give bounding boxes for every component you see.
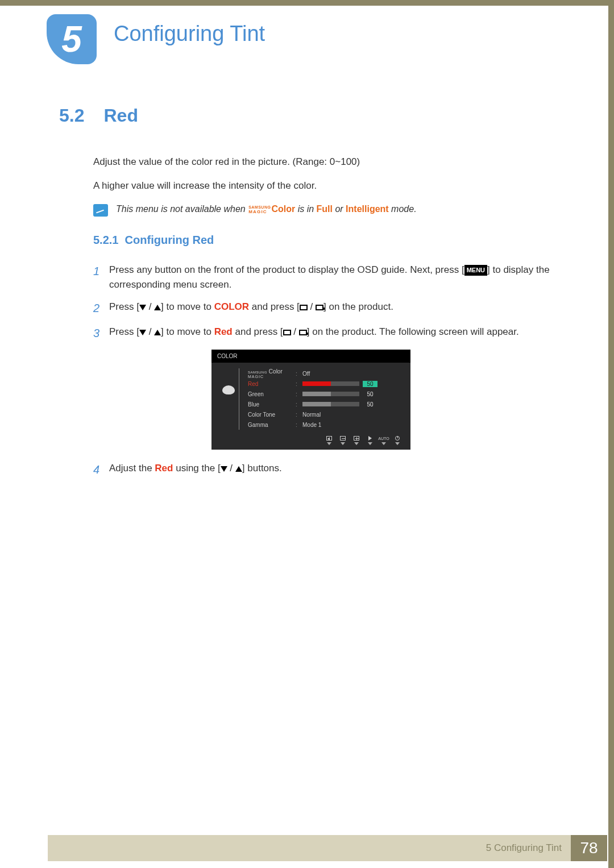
source-icon <box>316 305 323 310</box>
chapter-number: 5 <box>61 18 82 60</box>
chapter-badge: 5 <box>47 14 97 64</box>
section-heading: 5.2Red <box>59 105 563 126</box>
samsung-magic-logo-small: SAMSUNGMAGIC <box>248 371 267 379</box>
down-arrow-icon <box>139 305 146 310</box>
osd-row-gamma: Gamma : Mode 1 <box>239 420 404 430</box>
source-icon <box>299 330 307 335</box>
osd-header: COLOR <box>211 350 410 363</box>
auto-label: AUTO <box>378 437 389 441</box>
note-icon <box>93 204 108 217</box>
osd-row-green: Green : 50 <box>239 389 404 399</box>
samsung-magic-logo: SAMSUNGMAGIC <box>248 205 271 214</box>
intro-line-1: Adjust the value of the color red in the… <box>93 155 563 169</box>
palette-icon <box>222 385 235 394</box>
osd-row-tone: Color Tone : Normal <box>239 409 404 420</box>
up-arrow-icon <box>235 466 242 472</box>
osd-row-red: Red : 50 <box>239 379 404 389</box>
note: This menu is not available when SAMSUNGM… <box>93 204 563 217</box>
footer: 5 Configuring Tint 78 <box>48 835 607 861</box>
step-1: 1 Press any button on the front of the p… <box>93 263 563 292</box>
subsection-title: Configuring Red <box>125 234 214 246</box>
up-arrow-icon <box>154 305 161 310</box>
osd-row-magic: SAMSUNGMAGICColor : Off <box>239 368 404 379</box>
section-number: 5.2 <box>59 105 84 126</box>
osd-row-blue: Blue : 50 <box>239 399 404 409</box>
osd-screenshot: COLOR SAMSUNGMAGICColor : Off Red : 50 <box>211 350 410 450</box>
right-border <box>608 0 614 868</box>
power-icon <box>395 436 400 441</box>
enter-icon <box>300 305 308 310</box>
subsection-number: 5.2.1 <box>93 234 118 246</box>
footer-chapter: 5 Configuring Tint <box>486 842 562 854</box>
step-3: 3 Press [ / ] to move to Red and press [… <box>93 325 563 342</box>
menu-button-icon: MENU <box>464 265 487 276</box>
minus-icon <box>340 436 346 441</box>
down-arrow-icon <box>221 466 227 472</box>
down-arrow-icon <box>139 330 146 335</box>
step-4: 4 Adjust the Red using the [ / ] buttons… <box>93 461 563 478</box>
intro-line-2: A higher value will increase the intensi… <box>93 178 563 193</box>
enter-icon <box>283 330 291 335</box>
top-border <box>0 0 614 6</box>
content: 5.2Red Adjust the value of the color red… <box>59 105 563 486</box>
footer-page: 78 <box>571 835 607 861</box>
plus-icon <box>354 436 359 441</box>
play-icon <box>368 436 372 441</box>
section-title: Red <box>103 105 138 126</box>
osd-nav: AUTO <box>211 432 410 446</box>
chapter-title: Configuring Tint <box>114 22 265 46</box>
up-arrow-icon <box>154 330 161 335</box>
note-text: This menu is not available when SAMSUNGM… <box>116 204 417 214</box>
subsection-heading: 5.2.1 Configuring Red <box>93 234 563 247</box>
back-icon <box>326 436 332 441</box>
step-2: 2 Press [ / ] to move to COLOR and press… <box>93 300 563 317</box>
